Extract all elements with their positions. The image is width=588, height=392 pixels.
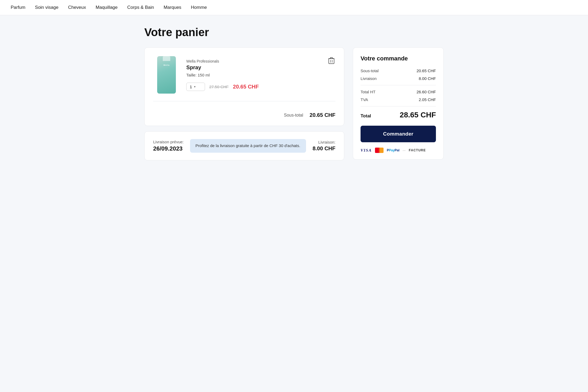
summary-total-label: Total: [361, 113, 371, 119]
visa-icon: VISA: [361, 148, 372, 153]
summary-divider-2: [361, 106, 436, 106]
quantity-row: 1 ▾ 27.50 CHF 20.65 CHF: [186, 83, 321, 91]
delivery-date-block: Livraison prévue: 26/09.2023: [153, 140, 184, 152]
site-header: ParfumSoin visageCheveuxMaquillageCorps …: [0, 0, 588, 15]
product-name: Spray: [186, 64, 321, 71]
mastercard-icon: [375, 148, 384, 153]
subtotal-label: Sous-total: [284, 113, 303, 118]
summary-line: Total HT26.60 CHF: [361, 90, 436, 94]
subtotal-row: Sous-total 20.65 CHF: [153, 108, 335, 126]
cart-column: Wella Professionals Spray Taille: 150 ml…: [144, 47, 344, 160]
nav-item-cheveux[interactable]: Cheveux: [68, 5, 86, 10]
delivery-date-label: Livraison prévue:: [153, 140, 184, 144]
summary-total-value: 28.65 CHF: [400, 111, 436, 119]
subtotal-value: 20.65 CHF: [310, 112, 335, 118]
product-details: Wella Professionals Spray Taille: 150 ml…: [186, 59, 321, 91]
summary-total-line: Total 28.65 CHF: [361, 111, 436, 119]
price-new: 20.65 CHF: [233, 84, 259, 90]
line-value: 20.65 CHF: [416, 68, 436, 73]
page-title: Votre panier: [144, 26, 444, 39]
summary-title: Votre commande: [361, 55, 436, 62]
paypal-icon: PPayPal: [387, 148, 399, 152]
summary-lines-1: Sous-total20.65 CHFLivraison8.00 CHF: [361, 68, 436, 81]
nav-item-maquillage[interactable]: Maquillage: [96, 5, 118, 10]
commander-button[interactable]: Commander: [361, 126, 436, 142]
delete-button[interactable]: [327, 56, 335, 67]
separator: —: [403, 149, 406, 152]
nav-item-homme[interactable]: Homme: [191, 5, 207, 10]
svg-rect-0: [329, 59, 334, 64]
product-image: [157, 56, 176, 94]
main-content: Votre panier Wella Professionals Spray T…: [134, 15, 454, 171]
line-value: 26.60 CHF: [416, 90, 436, 94]
price-old: 27.50 CHF: [209, 84, 229, 89]
summary-line: Livraison8.00 CHF: [361, 76, 436, 81]
delivery-cost-label: Livraison:: [312, 140, 335, 144]
line-value: 2.05 CHF: [419, 97, 436, 102]
line-label: Sous-total: [361, 68, 379, 73]
product-size: Taille: 150 ml: [186, 73, 321, 77]
main-nav: ParfumSoin visageCheveuxMaquillageCorps …: [11, 5, 577, 10]
summary-line: TVA2.05 CHF: [361, 97, 436, 102]
nav-item-soin-visage[interactable]: Soin visage: [35, 5, 59, 10]
nav-item-marques[interactable]: Marques: [164, 5, 181, 10]
summary-lines-2: Total HT26.60 CHFTVA2.05 CHF: [361, 90, 436, 102]
product-brand: Wella Professionals: [186, 59, 321, 63]
quantity-value: 1: [190, 84, 192, 89]
payment-methods: VISA PPayPal — FACTURE: [361, 148, 436, 153]
order-summary: Votre commande Sous-total20.65 CHFLivrai…: [353, 47, 444, 160]
delivery-date-value: 26/09.2023: [153, 145, 184, 152]
chevron-down-icon: ▾: [194, 85, 196, 89]
delivery-cost-block: Livraison: 8.00 CHF: [312, 140, 335, 152]
delivery-promo: Profitez de la livraison gratuite à part…: [190, 139, 306, 153]
summary-divider-1: [361, 85, 436, 85]
quantity-select[interactable]: 1 ▾: [186, 83, 205, 91]
line-label: Livraison: [361, 76, 377, 81]
delivery-card: Livraison prévue: 26/09.2023 Profitez de…: [144, 131, 344, 160]
trash-icon: [328, 57, 334, 64]
line-label: TVA: [361, 97, 368, 102]
nav-item-corps-bain[interactable]: Corps & Bain: [127, 5, 154, 10]
layout: Wella Professionals Spray Taille: 150 ml…: [144, 47, 444, 160]
product-image-wrapper: [153, 56, 180, 94]
cart-item: Wella Professionals Spray Taille: 150 ml…: [153, 56, 335, 101]
nav-item-parfum[interactable]: Parfum: [11, 5, 25, 10]
cart-card: Wella Professionals Spray Taille: 150 ml…: [144, 47, 344, 126]
summary-line: Sous-total20.65 CHF: [361, 68, 436, 73]
line-label: Total HT: [361, 90, 376, 94]
delivery-cost-value: 8.00 CHF: [312, 145, 335, 152]
facture-label: FACTURE: [409, 148, 426, 152]
line-value: 8.00 CHF: [419, 76, 436, 81]
